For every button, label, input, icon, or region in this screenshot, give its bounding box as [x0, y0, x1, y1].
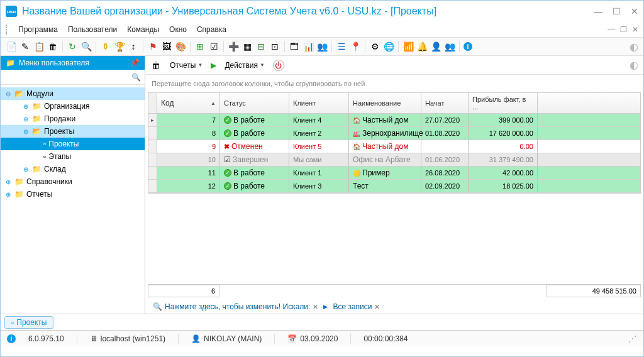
tab-projects[interactable]: ▫ Проекты — [4, 316, 53, 329]
tb-rss-icon[interactable]: 📶 — [402, 41, 414, 52]
tb-sort-icon[interactable]: ↕ — [128, 41, 139, 52]
tb-chart-icon[interactable]: 📊 — [303, 41, 314, 52]
tb-user-icon[interactable]: 👤 — [430, 41, 441, 52]
menu-program[interactable]: Программа — [14, 24, 62, 35]
table-row[interactable]: 12✓В работеКлиент 3Тест02.09.202018 025.… — [148, 180, 640, 193]
close-button[interactable]: ✕ — [631, 6, 638, 16]
item-icon: ▫ — [43, 140, 46, 148]
tb-tree-icon[interactable]: ☑ — [208, 41, 219, 52]
pin-icon[interactable]: 📌 — [130, 58, 140, 67]
folder-open-icon: 📂 — [32, 127, 42, 136]
filter-all-records[interactable]: Все записи — [333, 302, 372, 311]
tree-organization[interactable]: ⊕ 📁 Организация — [1, 100, 145, 113]
tb-filter-icon[interactable]: ⚱ — [100, 41, 111, 52]
tb-people-icon[interactable]: 👥 — [316, 41, 328, 52]
maximize-button[interactable]: ☐ — [613, 6, 621, 16]
tree-label: Отчеты — [26, 190, 52, 199]
tb-globe-icon[interactable]: 🌐 — [383, 41, 394, 52]
tb-add-icon[interactable]: ➕ — [228, 41, 239, 52]
sb-user: 👤 NIKOLAY (MAIN) — [191, 334, 262, 343]
tb-flag-icon[interactable]: ⚑ — [147, 41, 158, 52]
col-profit[interactable]: Прибыль факт, в ... — [469, 93, 538, 113]
mdi-close-icon[interactable]: ✕ — [632, 25, 638, 34]
tree-sales[interactable]: ⊕ 📁 Продажи — [1, 113, 145, 125]
tb-delete-icon[interactable]: 🗑 — [47, 41, 58, 52]
tree-label: Справочники — [26, 177, 72, 186]
tb-new-icon[interactable]: 📄 — [6, 41, 17, 52]
cell-profit: 17 620 000.00 — [469, 127, 538, 140]
menu-help[interactable]: Справка — [193, 24, 230, 35]
table-row[interactable]: 10☑ЗавершенМы самиОфис на Арбате01.06.20… — [148, 153, 640, 167]
cell-status: ☑Завершен — [220, 153, 289, 166]
power-icon[interactable]: ⏻ — [273, 60, 284, 71]
clear-filter-icon[interactable]: ✕ — [313, 303, 318, 311]
filter-edit-hint[interactable]: Нажмите здесь, чтобы изменить! Искали: — [165, 302, 310, 311]
col-name[interactable]: Наименование — [349, 93, 421, 113]
expand-icon[interactable]: ⊕ — [22, 103, 30, 110]
tb-group-icon[interactable]: 👥 — [444, 41, 455, 52]
tb-refresh-icon[interactable]: ↻ — [67, 41, 78, 52]
tb-image-icon[interactable]: 🖼 — [161, 41, 172, 52]
tb-gear-icon[interactable]: ⚙ — [369, 41, 380, 52]
tb-export-icon[interactable]: ⊡ — [269, 41, 280, 52]
clear-all-icon[interactable]: ✕ — [374, 303, 380, 311]
status-work-icon: ✓ — [224, 169, 231, 177]
tb-bell-icon[interactable]: 🔔 — [416, 41, 428, 52]
status-work-icon: ✓ — [224, 129, 231, 137]
collapse-icon[interactable]: ⊖ — [22, 128, 30, 135]
content-toolbar: 🗑 Отчеты ▼ ▶ Действия ▼ ⏻ ◐ — [145, 56, 643, 75]
menu-users[interactable]: Пользователи — [64, 24, 121, 35]
row-type-icon: 🏭 — [353, 130, 360, 137]
collapse-icon[interactable]: ⊖ — [4, 91, 12, 97]
minimize-button[interactable]: — — [594, 6, 602, 16]
tb-search-icon[interactable]: 🔍 — [80, 41, 92, 52]
expand-icon[interactable]: ⊕ — [22, 116, 30, 123]
tree-label: Этапы — [48, 152, 71, 161]
resize-grip-icon[interactable]: ⋰ — [628, 334, 637, 344]
mdi-minimize-icon[interactable]: — — [608, 25, 615, 34]
tree-projects-sub[interactable]: ▫ Проекты — [1, 138, 145, 150]
col-status[interactable]: Статус — [220, 93, 289, 113]
table-row[interactable]: ▸7✓В работеКлиент 4🏠Частный дом27.07.202… — [148, 114, 640, 127]
calendar-icon: 📅 — [287, 334, 297, 343]
tb-table-icon[interactable]: ▦ — [242, 41, 253, 52]
col-client[interactable]: Клиент — [289, 93, 349, 113]
mdi-restore-icon[interactable]: ❐ — [620, 25, 627, 34]
col-code[interactable]: Код▲ — [157, 93, 220, 113]
tree-directories[interactable]: ⊕ 📁 Справочники — [1, 175, 145, 188]
tree-warehouse[interactable]: ⊕ 📁 Склад — [1, 163, 145, 175]
tb-color-icon[interactable]: 🎨 — [175, 41, 186, 52]
tb-pin-icon[interactable]: 📍 — [350, 41, 361, 52]
table-row[interactable]: 11✓В работеКлиент 1🟡Пример26.08.202042 0… — [148, 167, 640, 180]
tb-edit-icon[interactable]: ✎ — [19, 41, 31, 52]
tb-info-icon[interactable]: i — [464, 42, 472, 51]
col-started[interactable]: Начат — [421, 93, 469, 113]
tb-excel-icon[interactable]: ⊟ — [255, 41, 267, 52]
tree-reports[interactable]: ⊕ 📁 Отчеты — [1, 188, 145, 200]
tree-modules[interactable]: ⊖ 📂 Модули — [1, 87, 145, 100]
expand-icon[interactable]: ⊕ — [4, 191, 12, 198]
tree-stages[interactable]: ▫ Этапы — [1, 150, 145, 163]
info-icon[interactable]: i — [7, 334, 16, 343]
row-indicator — [148, 153, 157, 166]
help-icon[interactable]: ◐ — [630, 59, 638, 71]
tb-copy-icon[interactable]: 📋 — [33, 41, 45, 52]
tb-list-icon[interactable]: ☰ — [336, 41, 347, 52]
tb-trophy-icon[interactable]: 🏆 — [114, 41, 125, 52]
menu-window[interactable]: Окно — [165, 24, 191, 35]
tree-projects[interactable]: ⊖ 📂 Проекты — [1, 125, 145, 138]
table-row[interactable]: 8✓В работеКлиент 2🏭Зернохранилище01.08.2… — [148, 127, 640, 140]
delete-icon[interactable]: 🗑 — [150, 60, 162, 71]
tb-help-icon[interactable]: ◐ — [630, 41, 638, 53]
menu-commands[interactable]: Команды — [123, 24, 163, 35]
cell-code: 10 — [157, 153, 220, 166]
table-row[interactable]: 9✖ОтмененКлиент 5🏠Частный дом0.00 — [148, 140, 640, 153]
tree-label: Продажи — [44, 114, 75, 123]
reports-dropdown[interactable]: Отчеты ▼ — [165, 59, 207, 72]
expand-icon[interactable]: ⊕ — [22, 166, 30, 173]
actions-dropdown[interactable]: Действия ▼ — [220, 59, 269, 72]
search-icon[interactable]: 🔍 — [131, 73, 141, 82]
tb-window-icon[interactable]: 🗔 — [289, 41, 300, 52]
expand-icon[interactable]: ⊕ — [4, 178, 12, 185]
tb-columns-icon[interactable]: ⊞ — [194, 41, 206, 52]
